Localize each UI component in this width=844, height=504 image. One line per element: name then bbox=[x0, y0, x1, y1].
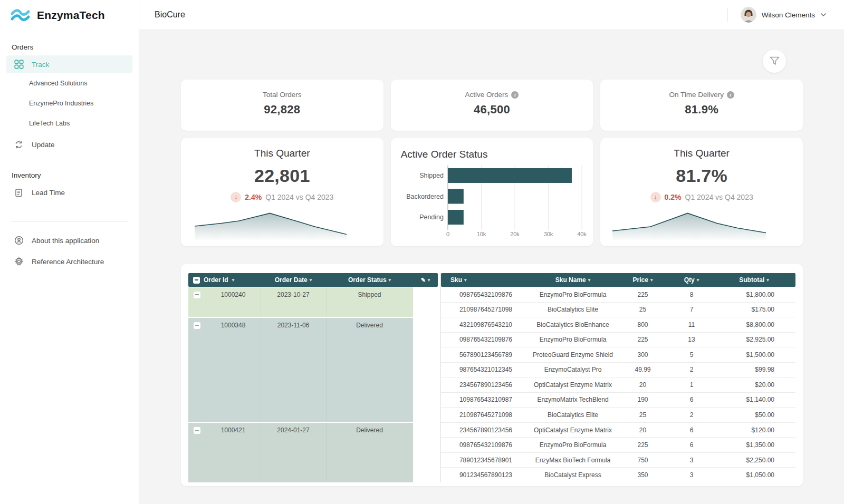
sku-row[interactable]: 098765432109876EnzymoPro BioFormula22513… bbox=[441, 333, 795, 348]
row-checkbox[interactable] bbox=[194, 427, 200, 434]
order-groups: 10002402023-10-27Shipped10003482023-11-0… bbox=[188, 287, 413, 482]
person-circle-icon bbox=[14, 236, 24, 245]
kpi-label: On Time Delivery bbox=[669, 91, 724, 99]
order-group-row[interactable]: 10004212024-01-27Delivered bbox=[188, 423, 413, 482]
row-checkbox[interactable] bbox=[194, 322, 200, 329]
sidebar-item-enzymepro-industries[interactable]: EnzymePro Industries bbox=[0, 93, 139, 113]
column-header-sku-name[interactable]: Sku Name▾ bbox=[531, 276, 615, 284]
kpi-value: 46,500 bbox=[391, 103, 593, 117]
sku-rows: 098765432109876EnzymoPro BioFormula2258$… bbox=[441, 287, 795, 482]
sidebar-item-label: Track bbox=[32, 61, 49, 69]
kpi-label: Total Orders bbox=[263, 91, 302, 99]
sku-row[interactable]: 210987645271098BioCatalytics Elite257$17… bbox=[441, 303, 795, 318]
sku-row[interactable]: 210987645271098BioCatalytics Elite252$50… bbox=[441, 408, 795, 423]
info-icon[interactable]: i bbox=[511, 91, 519, 99]
sku-row[interactable]: 098765432109876EnzymoPro BioFormula2258$… bbox=[441, 287, 795, 303]
sku-row[interactable]: 109876543210987EnzymoMatrix TechBlend190… bbox=[441, 393, 795, 408]
kpi-value: 92,828 bbox=[181, 103, 383, 117]
subtotal-cell: $2,925.00 bbox=[713, 336, 795, 343]
order-group-row[interactable]: 10002402023-10-27Shipped bbox=[188, 287, 413, 318]
filter-button[interactable] bbox=[763, 50, 786, 73]
price-cell: 25 bbox=[615, 411, 670, 419]
sku-name-cell: OptiCatalyst Enzyme Matrix bbox=[531, 381, 615, 389]
kpi-value: 81.9% bbox=[600, 103, 803, 117]
sku-name-cell: BioCatalyst Express bbox=[531, 471, 615, 479]
column-header-price[interactable]: Price▾ bbox=[615, 276, 670, 284]
gear-icon bbox=[14, 257, 24, 266]
sku-cell: 210987645271098 bbox=[441, 411, 531, 419]
row-checkbox[interactable] bbox=[194, 292, 200, 298]
select-all-checkbox[interactable] bbox=[193, 277, 200, 284]
sidebar-item-lifetech-labs[interactable]: LifeTech Labs bbox=[0, 113, 139, 133]
column-header-order-id[interactable]: Order Id▾ bbox=[188, 276, 261, 284]
sku-row[interactable]: 098765432109876EnzymoPro BioFormula2256$… bbox=[441, 438, 795, 453]
kpi-card-on-time-delivery: On Time Deliveryi 81.9% bbox=[600, 80, 803, 131]
change-compare: Q1 2024 vs Q4 2023 bbox=[685, 193, 753, 201]
kpi-card-active-orders: Active Ordersi 46,500 bbox=[391, 80, 593, 131]
info-icon[interactable]: i bbox=[727, 91, 734, 99]
order-group-row[interactable]: 10003482023-11-06Delivered bbox=[188, 318, 413, 423]
sku-name-cell: EnzymoMatrix TechBlend bbox=[531, 396, 615, 403]
sort-icon: ▾ bbox=[697, 277, 699, 283]
kpi-label: Active Orders bbox=[465, 91, 509, 99]
sidebar-item-reference-architecture[interactable]: Reference Architecture bbox=[6, 251, 132, 272]
svg-text:Pending: Pending bbox=[419, 214, 444, 221]
card-title: This Quarter bbox=[600, 148, 803, 159]
sku-name-cell: OptiCatalyst Enzyme Matrix bbox=[531, 427, 615, 434]
column-header-subtotal[interactable]: Subtotal▾ bbox=[713, 276, 795, 284]
column-header-order-status[interactable]: Order Status▾ bbox=[326, 276, 413, 284]
sku-cell: 567890123456789 bbox=[441, 351, 531, 358]
subtotal-cell: $99.98 bbox=[713, 366, 795, 373]
qty-cell: 11 bbox=[670, 321, 713, 328]
svg-text:Shipped: Shipped bbox=[419, 172, 444, 179]
price-cell: 20 bbox=[615, 381, 670, 389]
delivery-trend-sparkline bbox=[608, 208, 766, 240]
sku-row[interactable]: 567890123456789ProteoGuard Enzyme Shield… bbox=[441, 347, 795, 363]
sort-icon: ▾ bbox=[389, 277, 391, 283]
user-menu[interactable]: Wilson Clements bbox=[727, 7, 827, 23]
subtotal-cell: $175.00 bbox=[713, 306, 795, 313]
qty-cell: 2 bbox=[670, 366, 713, 373]
brand-name: EnzymaTech bbox=[37, 9, 105, 22]
qty-cell: 3 bbox=[670, 457, 713, 464]
qty-cell: 6 bbox=[670, 441, 713, 449]
sku-row[interactable]: 987654321012345EnzymoCatalyst Pro49.992$… bbox=[441, 363, 795, 378]
sku-row[interactable]: 234567890123456OptiCatalyst Enzyme Matri… bbox=[441, 423, 795, 438]
sidebar-item-update[interactable]: Update bbox=[6, 135, 132, 153]
sku-row[interactable]: 901234567890123BioCatalyst Express3503$1… bbox=[441, 468, 795, 482]
order-date-cell: 2024-01-27 bbox=[261, 423, 326, 438]
sidebar-item-advanced-solutions[interactable]: Advanced Solutions bbox=[0, 73, 139, 93]
svg-text:20k: 20k bbox=[510, 231, 520, 237]
sidebar-item-about[interactable]: About this application bbox=[6, 230, 132, 250]
sidebar-item-label: Reference Architecture bbox=[32, 258, 104, 266]
price-cell: 300 bbox=[615, 351, 670, 358]
sidebar-item-lead-time[interactable]: Lead Time bbox=[6, 183, 132, 201]
sku-cell: 098765432109876 bbox=[441, 336, 531, 343]
price-cell: 225 bbox=[615, 441, 670, 449]
sidebar-item-track[interactable]: Track bbox=[6, 55, 132, 73]
column-header-qty[interactable]: Qty▾ bbox=[670, 276, 713, 284]
order-date-cell: 2023-10-27 bbox=[261, 287, 326, 303]
quarter-delivery-card: This Quarter 81.7% ↓ 0.2% Q1 2024 vs Q4 … bbox=[600, 138, 803, 246]
column-header-order-date[interactable]: Order Date▾ bbox=[261, 276, 326, 284]
sort-icon: ▾ bbox=[232, 277, 235, 283]
qty-cell: 8 bbox=[670, 291, 713, 298]
orders-table-card: Order Id▾ Order Date▾ Order Status▾ ✎▾ 1… bbox=[181, 264, 803, 486]
chart-row: This Quarter 22,801 ↓ 2.4% Q1 2024 vs Q4… bbox=[181, 138, 803, 246]
price-cell: 225 bbox=[615, 336, 670, 343]
qty-cell: 1 bbox=[670, 381, 713, 389]
sort-icon: ▾ bbox=[428, 277, 430, 283]
column-header-edit[interactable]: ✎▾ bbox=[413, 277, 438, 284]
sku-name-cell: EnzymoPro BioFormula bbox=[531, 291, 615, 298]
column-header-sku[interactable]: Sku▾ bbox=[441, 276, 531, 284]
sku-row[interactable]: 234567890123456OptiCatalyst Enzyme Matri… bbox=[441, 377, 795, 393]
sku-row[interactable]: 789012345678901EnzyMax BioTech Formula75… bbox=[441, 453, 795, 468]
sort-icon: ▾ bbox=[588, 277, 591, 283]
pencil-icon: ✎ bbox=[421, 277, 426, 284]
topbar-divider bbox=[727, 8, 728, 22]
price-cell: 20 bbox=[615, 427, 670, 434]
sidebar-divider bbox=[11, 221, 128, 222]
kpi-row: Total Orders 92,828 Active Ordersi 46,50… bbox=[181, 80, 803, 131]
sku-row[interactable]: 432109876543210BioCatalytics BioEnhance8… bbox=[441, 317, 795, 333]
sort-icon: ▾ bbox=[766, 277, 769, 283]
